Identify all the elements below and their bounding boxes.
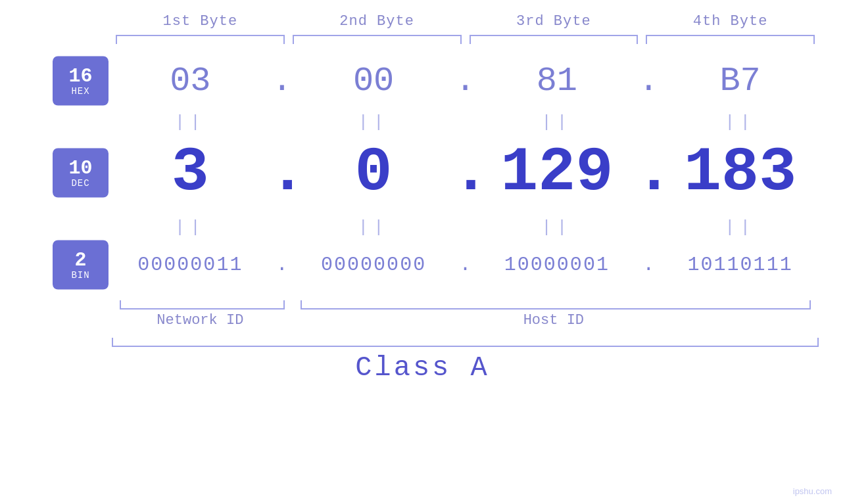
bin-row-block: 2 BIN 00000011 . 00000000 . 10000001 . [26, 239, 819, 291]
bin-dot-icon-2: . [459, 254, 471, 276]
hex-value-3: 81 [537, 62, 577, 101]
eq2-sign-4: || [725, 218, 756, 237]
bracket-cell-4 [646, 35, 815, 48]
hex-badge: 16 HEX [53, 57, 109, 106]
eq-sign-4: || [725, 112, 756, 132]
byte1-header: 1st Byte [112, 13, 289, 30]
dec-dot-2: . [452, 142, 479, 204]
bin-cell-2: 00000000 [295, 254, 452, 276]
bin-cell-1: 00000011 [112, 254, 269, 276]
hex-dot-icon-1: . [272, 62, 292, 101]
byte3-header: 3rd Byte [466, 13, 642, 30]
hex-dot-icon-3: . [639, 62, 659, 101]
hex-cell-1: 03 [112, 62, 269, 101]
bin-value-2: 00000000 [321, 254, 426, 276]
eq2-sign-2: || [358, 218, 389, 237]
bin-dot-1: . [269, 254, 295, 276]
dec-row-content: 3 . 0 . 129 . 183 [26, 142, 819, 204]
hex-dot-3: . [635, 62, 662, 101]
dec-cell-1: 3 [112, 142, 269, 204]
bin-cell-3: 10000001 [479, 254, 636, 276]
hex-value-4: B7 [719, 62, 760, 101]
class-label: Class A [355, 352, 489, 384]
dec-cell-3: 129 [479, 142, 636, 204]
dec-value-3: 129 [500, 137, 613, 208]
bin-dot-3: . [635, 254, 662, 276]
dec-cell-4: 183 [662, 142, 819, 204]
bracket-cell-2 [293, 35, 462, 48]
hex-dot-2: . [452, 62, 479, 101]
hex-value-1: 03 [170, 62, 210, 101]
network-id-label: Network ID [112, 312, 289, 329]
host-id-label: Host ID [289, 312, 819, 329]
host-bracket-container [297, 300, 815, 309]
dec-dot-3: . [635, 142, 662, 204]
bin-dot-icon-1: . [276, 254, 288, 276]
eq2-cell-2: || [295, 218, 452, 237]
full-bottom-bracket [112, 338, 819, 347]
eq2-cell-3: || [479, 218, 636, 237]
bin-dot-icon-3: . [642, 254, 654, 276]
hex-cell-3: 81 [479, 62, 636, 101]
byte4-header: 4th Byte [642, 13, 819, 30]
main-container: 1st Byte 2nd Byte 3rd Byte 4th Byte 16 H… [0, 0, 845, 504]
eq-sign-1: || [175, 112, 206, 132]
bin-value-3: 10000001 [504, 254, 610, 276]
bracket-top-2 [293, 35, 462, 44]
hex-badge-base: HEX [71, 85, 89, 96]
bin-badge-num: 2 [74, 250, 86, 269]
dec-badge-num: 10 [68, 158, 92, 177]
eq-cell-2: || [295, 112, 452, 132]
eq-cell-3: || [479, 112, 636, 132]
bottom-brackets-row [26, 300, 819, 309]
dec-cell-2: 0 [295, 142, 452, 204]
hex-dot-icon-2: . [455, 62, 475, 101]
bin-row-content: 00000011 . 00000000 . 10000001 . 1011011… [26, 254, 819, 276]
eq2-sign-3: || [541, 218, 572, 237]
hex-cell-2: 00 [295, 62, 452, 101]
eq-sign-3: || [541, 112, 572, 132]
equals-row-1: || || || || [26, 112, 819, 132]
bin-cell-4: 10110111 [662, 254, 819, 276]
eq-sign-2: || [358, 112, 389, 132]
hex-dot-1: . [269, 62, 295, 101]
bin-value-4: 10110111 [688, 254, 793, 276]
class-label-row: Class A [26, 352, 819, 384]
bracket-top-4 [646, 35, 815, 44]
equals-row-2: || || || || [26, 218, 819, 237]
dec-badge: 10 DEC [53, 149, 109, 198]
dec-dot-1: . [269, 142, 295, 204]
bracket-top-3 [470, 35, 639, 44]
bracket-cell-1 [116, 35, 285, 48]
watermark: ipshu.com [793, 486, 832, 496]
eq2-cell-4: || [662, 218, 819, 237]
dec-row-block: 10 DEC 3 . 0 . 129 . 183 [26, 133, 819, 212]
network-bracket [120, 300, 285, 309]
network-host-labels: Network ID Host ID [26, 312, 819, 329]
dec-value-1: 3 [172, 137, 209, 208]
eq-cell-1: || [112, 112, 269, 132]
bin-badge: 2 BIN [53, 241, 109, 290]
eq2-sign-1: || [175, 218, 206, 237]
bracket-cell-3 [470, 35, 639, 48]
byte2-header: 2nd Byte [289, 13, 466, 30]
hex-value-2: 00 [353, 62, 394, 101]
byte-headers: 1st Byte 2nd Byte 3rd Byte 4th Byte [26, 13, 819, 30]
hex-badge-num: 16 [68, 66, 92, 85]
bin-badge-base: BIN [71, 269, 89, 280]
network-bracket-container [116, 300, 289, 309]
bin-value-1: 00000011 [137, 254, 243, 276]
hex-cell-4: B7 [662, 62, 819, 101]
full-bottom-bracket-row [112, 338, 819, 347]
bin-dot-2: . [452, 254, 479, 276]
host-bracket [301, 300, 811, 309]
hex-row-content: 03 . 00 . 81 . B7 [26, 62, 819, 101]
dec-badge-base: DEC [71, 177, 89, 188]
eq2-cell-1: || [112, 218, 269, 237]
top-brackets-row [26, 35, 819, 48]
dec-value-4: 183 [684, 137, 796, 208]
eq-cell-4: || [662, 112, 819, 132]
bracket-top-1 [116, 35, 285, 44]
hex-row-block: 16 HEX 03 . 00 . 81 . B7 [26, 55, 819, 107]
dec-value-2: 0 [355, 137, 393, 208]
